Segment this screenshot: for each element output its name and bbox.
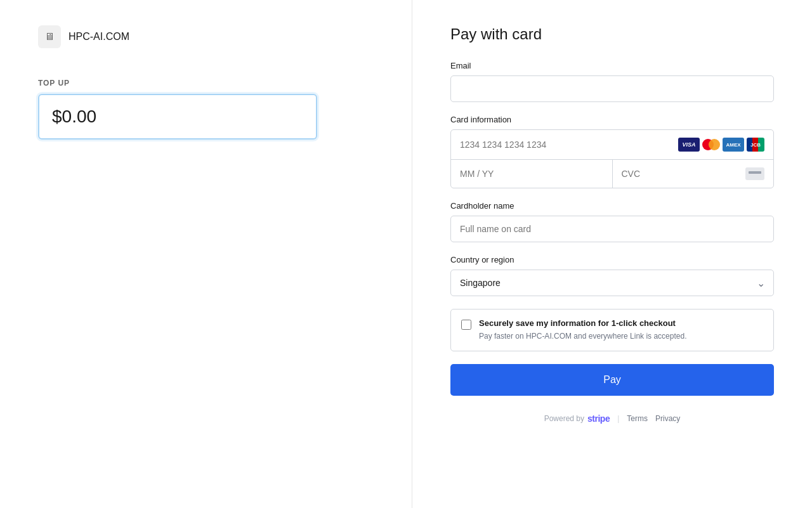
email-label: Email	[450, 61, 774, 70]
card-info-box: VISA AMEX JCB	[450, 129, 774, 188]
page-title: Pay with card	[450, 25, 774, 43]
footer-divider: |	[617, 414, 619, 423]
card-bottom-row	[451, 160, 773, 188]
stripe-logo: stripe	[587, 414, 610, 424]
powered-by-text: Powered by	[544, 414, 584, 423]
terms-link[interactable]: Terms	[627, 414, 648, 423]
footer-powered-by: Powered by stripe	[544, 414, 610, 424]
card-icons: VISA AMEX JCB	[678, 138, 764, 152]
expiry-input[interactable]	[451, 160, 613, 188]
save-info-text: Securely save my information for 1-click…	[479, 318, 763, 342]
country-label: Country or region	[450, 255, 774, 264]
cardholder-label: Cardholder name	[450, 201, 774, 211]
cardholder-name-input[interactable]	[450, 216, 774, 242]
left-panel: 🖥 HPC-AI.COM TOP UP	[0, 0, 412, 508]
amex-icon: AMEX	[723, 138, 744, 152]
jcb-icon: JCB	[747, 138, 764, 152]
cvc-card-icon	[745, 167, 764, 180]
card-number-row: VISA AMEX JCB	[451, 130, 773, 160]
save-info-desc: Pay faster on HPC-AI.COM and everywhere …	[479, 330, 763, 342]
merchant-icon: 🖥	[38, 25, 61, 48]
save-info-checkbox[interactable]	[461, 320, 471, 330]
email-section: Email	[450, 61, 774, 102]
save-info-box: Securely save my information for 1-click…	[450, 309, 774, 351]
visa-icon: VISA	[678, 138, 700, 152]
amount-input[interactable]	[38, 94, 317, 140]
top-up-label: TOP UP	[38, 79, 374, 88]
cvc-row	[613, 160, 774, 188]
top-up-section: TOP UP	[38, 79, 374, 140]
email-field[interactable]	[450, 75, 774, 102]
cardholder-section: Cardholder name	[450, 201, 774, 242]
country-section: Country or region Singapore United State…	[450, 255, 774, 296]
card-info-section: Card information VISA AMEX JCB	[450, 115, 774, 188]
pay-button[interactable]: Pay	[450, 364, 774, 396]
save-info-title: Securely save my information for 1-click…	[479, 318, 763, 328]
right-panel: Pay with card Email Card information VIS…	[412, 0, 812, 508]
merchant-header: 🖥 HPC-AI.COM	[38, 25, 374, 48]
privacy-link[interactable]: Privacy	[655, 414, 680, 423]
card-info-label: Card information	[450, 115, 774, 124]
cvc-input[interactable]	[622, 169, 741, 179]
country-select-wrapper: Singapore United States United Kingdom A…	[450, 270, 774, 296]
merchant-name: HPC-AI.COM	[69, 31, 129, 42]
country-select[interactable]: Singapore United States United Kingdom A…	[450, 270, 774, 296]
mastercard-icon	[702, 138, 720, 152]
amount-input-wrapper	[38, 94, 374, 140]
card-number-input[interactable]	[460, 140, 672, 150]
footer: Powered by stripe | Terms Privacy	[450, 414, 774, 424]
